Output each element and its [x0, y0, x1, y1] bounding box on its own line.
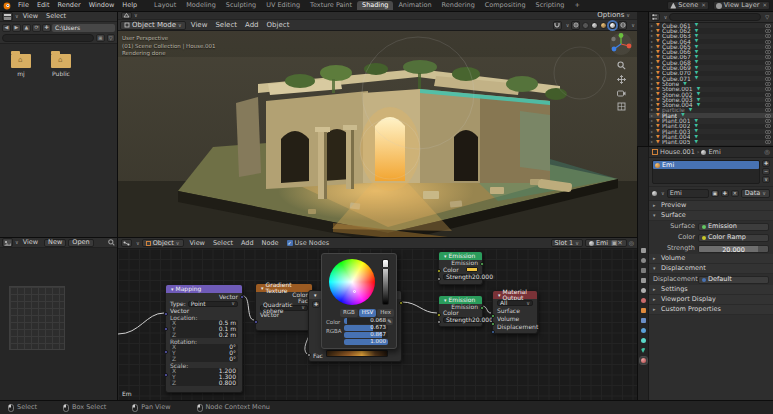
outliner-search-input[interactable]	[669, 13, 761, 21]
picker-slider[interactable]: 0.673	[344, 325, 388, 331]
close-icon[interactable]: ✕	[762, 3, 767, 9]
viewport-3d[interactable]: ∨ Options∨ Object Mode∨ ViewSelectAddObj…	[118, 12, 637, 237]
data-source-dropdown[interactable]: Data∨	[741, 189, 770, 198]
file-browser-menu[interactable]: View	[19, 12, 42, 20]
picker-mode-tab[interactable]: HSV	[359, 309, 376, 317]
picker-mode-tab[interactable]: RGB	[340, 309, 358, 317]
hide-in-viewport-icon[interactable]	[765, 124, 771, 128]
hide-in-viewport-icon[interactable]	[765, 135, 771, 139]
picker-slider[interactable]: 1.000	[344, 339, 388, 345]
hide-in-viewport-icon[interactable]	[765, 103, 771, 107]
pin-icon[interactable]: ◎	[764, 149, 770, 156]
hide-in-viewport-icon[interactable]	[765, 29, 771, 33]
strength-field[interactable]: Strength20.000	[443, 274, 496, 280]
unlink-icon[interactable]: ✕	[617, 240, 622, 247]
pin-icon[interactable]: ◎	[629, 240, 634, 246]
tab-tool[interactable]	[640, 247, 647, 254]
filter-icon[interactable]: ▽	[107, 34, 116, 42]
node-editor-menu[interactable]: Add	[237, 239, 258, 247]
socket-surface-in[interactable]	[491, 314, 495, 318]
view-layer-selector[interactable]: View Layer ✕	[713, 1, 770, 10]
refresh-icon[interactable]: ⟳	[32, 24, 41, 32]
add-stop-button[interactable]: ✚	[312, 301, 320, 308]
strength-slider[interactable]: 20.000	[698, 245, 769, 253]
gradient-type-dropdown[interactable]: Quadratic sphere∨	[260, 305, 308, 311]
viewport-menu[interactable]: Object	[263, 21, 294, 29]
menubar-item[interactable]: Window	[85, 1, 119, 9]
workspace-tab[interactable]: +	[569, 1, 584, 10]
forward-icon[interactable]: ▶	[12, 24, 21, 32]
editor-type-icon[interactable]	[2, 238, 13, 247]
panel-viewport-display[interactable]: ▸Viewport Display	[649, 295, 773, 305]
workspace-tab[interactable]: Compositing	[480, 1, 531, 10]
target-dropdown[interactable]: All∨	[497, 300, 533, 306]
tab-view-layer[interactable]	[640, 277, 647, 284]
menubar-item[interactable]: File	[14, 1, 33, 9]
shader-node-editor[interactable]: ∨ Object∨ ViewSelectAddNode ✓ Use Nodes …	[118, 237, 637, 400]
browse-material-icon[interactable]	[652, 191, 657, 196]
panel-displacement[interactable]: ▾Displacement	[649, 264, 773, 274]
editor-type-icon[interactable]	[2, 12, 13, 21]
tab-object-data[interactable]	[640, 347, 647, 354]
socket-vector-in[interactable]	[164, 312, 168, 316]
workspace-tab[interactable]: Modeling	[181, 1, 221, 10]
blender-logo[interactable]	[3, 2, 11, 10]
back-icon[interactable]: ◀	[2, 24, 11, 32]
eyedropper-icon[interactable]: ✎	[386, 318, 393, 325]
tab-particles[interactable]	[640, 327, 647, 334]
viewport-menu[interactable]: Add	[241, 21, 263, 29]
menubar-item[interactable]: Render	[53, 1, 84, 9]
search-input[interactable]	[2, 34, 94, 42]
socket-rotation-in[interactable]	[164, 350, 168, 354]
new-image-button[interactable]: New	[44, 239, 66, 247]
socket-vector-out[interactable]	[240, 295, 244, 299]
workspace-tab[interactable]: Shading	[357, 1, 393, 10]
hide-in-viewport-icon[interactable]	[765, 108, 771, 112]
menubar-item[interactable]: Edit	[33, 1, 54, 9]
shading-wireframe-icon[interactable]	[582, 22, 589, 29]
menubar-item[interactable]: Help	[118, 1, 141, 9]
hide-in-viewport-icon[interactable]	[765, 77, 771, 81]
hide-in-viewport-icon[interactable]	[765, 55, 771, 59]
editor-type-icon[interactable]	[651, 13, 660, 21]
socket-scale-in[interactable]	[164, 373, 168, 377]
shader-type-dropdown[interactable]: Object∨	[142, 239, 184, 247]
socket-color-out[interactable]	[399, 301, 403, 305]
outliner-row[interactable]: ▸ ▼ Plant.005 ▼	[649, 140, 773, 145]
breadcrumb-object[interactable]: House.001	[660, 149, 695, 156]
color-wheel[interactable]	[329, 259, 375, 305]
tab-material[interactable]	[640, 357, 647, 364]
type-dropdown[interactable]: Point∨	[188, 301, 238, 307]
toggle-perspective-icon[interactable]	[617, 102, 626, 111]
displacement-dropdown[interactable]: Default	[698, 276, 769, 284]
magnet-icon[interactable]	[553, 21, 562, 30]
open-image-button[interactable]: Open	[68, 239, 93, 247]
workspace-tab[interactable]: Animation	[393, 1, 436, 10]
picker-slider[interactable]: 0.867	[344, 332, 388, 338]
folder-item[interactable]: ⌂ Public	[48, 54, 74, 77]
editor-type-icon[interactable]	[121, 239, 132, 247]
hide-in-viewport-icon[interactable]	[765, 61, 771, 65]
options-menu[interactable]: Options∨	[593, 12, 634, 19]
viewport-menu[interactable]: Select	[211, 21, 241, 29]
move-view-icon[interactable]	[617, 75, 626, 84]
panel-volume[interactable]: ▸Volume	[649, 254, 773, 264]
slot-dropdown[interactable]: Slot 1∨	[551, 239, 583, 247]
picker-slider[interactable]: 0.068	[344, 318, 388, 324]
socket-color-in[interactable]	[437, 313, 441, 317]
tab-world[interactable]	[640, 297, 647, 304]
unlink-icon[interactable]: ✕	[731, 190, 739, 197]
workspace-tab[interactable]: Layout	[149, 1, 181, 10]
node-editor-menu[interactable]: Node	[258, 239, 283, 247]
surface-shader-dropdown[interactable]: Emission	[698, 223, 769, 231]
mapping-node[interactable]: ▾Mapping Vector Type: Point∨ Vector Loca…	[165, 284, 243, 393]
hide-in-viewport-icon[interactable]	[765, 130, 771, 134]
slot-specials-icon[interactable]: ∨	[762, 176, 770, 183]
gradient-texture-node[interactable]: ▾Gradient Texture ColorFac Quadratic sph…	[255, 283, 313, 331]
hide-in-viewport-icon[interactable]	[765, 93, 771, 97]
tab-modifiers[interactable]	[640, 317, 647, 324]
socket-strength-in[interactable]	[437, 320, 441, 324]
hide-in-viewport-icon[interactable]	[765, 140, 771, 144]
tab-render[interactable]	[640, 257, 647, 264]
remove-slot-button[interactable]: −	[762, 168, 770, 175]
